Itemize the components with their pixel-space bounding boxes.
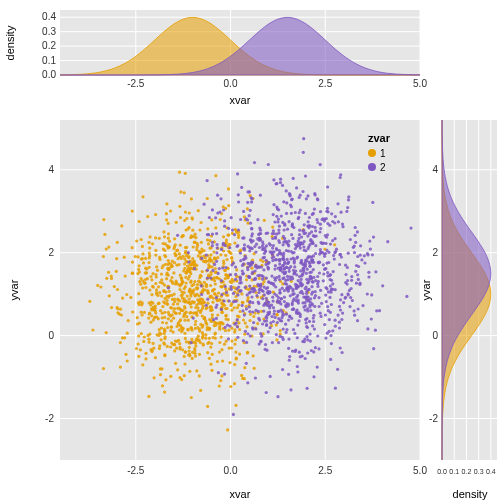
svg-point-718	[195, 248, 198, 251]
svg-point-1119	[316, 285, 319, 288]
svg-point-647	[167, 237, 170, 240]
svg-point-765	[103, 233, 106, 236]
svg-point-606	[237, 234, 240, 237]
svg-point-1853	[305, 321, 308, 324]
svg-point-120	[188, 298, 191, 301]
svg-point-949	[194, 294, 197, 297]
svg-point-636	[211, 353, 214, 356]
svg-text:0.3: 0.3	[42, 26, 56, 37]
svg-point-1428	[409, 227, 412, 230]
svg-point-1960	[275, 276, 278, 279]
svg-point-1698	[250, 227, 253, 230]
svg-point-1640	[239, 252, 242, 255]
svg-point-1272	[309, 333, 312, 336]
svg-point-1289	[314, 252, 317, 255]
svg-point-1779	[249, 222, 252, 225]
svg-point-1653	[354, 270, 357, 273]
svg-point-1922	[242, 339, 245, 342]
top-density-plot: -2.50.02.55.0 0.00.10.20.30.4 xvar densi…	[0, 0, 504, 110]
svg-point-1296	[234, 273, 237, 276]
svg-point-1943	[250, 295, 253, 298]
svg-point-1857	[367, 271, 370, 274]
svg-point-55	[242, 318, 245, 321]
svg-point-1015	[193, 347, 196, 350]
svg-point-314	[214, 282, 217, 285]
svg-point-352	[120, 224, 123, 227]
svg-point-1466	[232, 413, 235, 416]
svg-point-1774	[270, 282, 273, 285]
svg-point-984	[238, 315, 241, 318]
svg-point-631	[198, 328, 201, 331]
svg-point-1862	[250, 241, 253, 244]
svg-point-1069	[340, 318, 343, 321]
svg-point-1651	[292, 177, 295, 180]
svg-point-1371	[254, 309, 257, 312]
svg-point-1794	[328, 274, 331, 277]
svg-point-1116	[287, 338, 290, 341]
svg-point-849	[183, 332, 186, 335]
svg-point-434	[190, 396, 193, 399]
svg-point-302	[239, 310, 242, 313]
svg-point-1339	[280, 319, 283, 322]
svg-point-1000	[182, 315, 185, 318]
svg-point-408	[156, 269, 159, 272]
svg-point-1845	[254, 265, 257, 268]
svg-point-1221	[337, 220, 340, 223]
svg-point-414	[191, 357, 194, 360]
svg-point-1976	[258, 266, 261, 269]
svg-point-913	[139, 283, 142, 286]
svg-text:4: 4	[48, 164, 54, 175]
svg-point-992	[227, 187, 230, 190]
svg-point-1156	[217, 272, 220, 275]
svg-point-857	[259, 258, 262, 261]
svg-point-612	[235, 357, 238, 360]
svg-point-1773	[213, 263, 216, 266]
svg-point-1142	[374, 270, 377, 273]
svg-point-1579	[347, 252, 350, 255]
svg-point-917	[210, 218, 213, 221]
svg-point-1077	[316, 334, 319, 337]
svg-point-1451	[223, 219, 226, 222]
svg-point-770	[125, 293, 128, 296]
svg-point-1626	[236, 318, 239, 321]
svg-point-1259	[289, 388, 292, 391]
svg-point-1713	[282, 243, 285, 246]
svg-point-961	[116, 288, 119, 291]
svg-point-481	[165, 218, 168, 221]
svg-point-1781	[215, 296, 218, 299]
svg-point-222	[204, 337, 207, 340]
svg-point-1989	[281, 314, 284, 317]
svg-point-1865	[258, 343, 261, 346]
svg-point-465	[144, 257, 147, 260]
svg-point-416	[99, 285, 102, 288]
svg-point-1805	[307, 255, 310, 258]
svg-point-1999	[218, 267, 221, 270]
svg-point-1127	[338, 263, 341, 266]
svg-point-1863	[323, 220, 326, 223]
svg-point-1056	[248, 310, 251, 313]
right-xlabel: density	[453, 488, 488, 500]
svg-point-912	[191, 216, 194, 219]
svg-point-405	[105, 277, 108, 280]
svg-point-170	[144, 286, 147, 289]
svg-point-496	[222, 260, 225, 263]
svg-point-786	[223, 343, 226, 346]
svg-point-1984	[242, 262, 245, 265]
svg-point-1566	[316, 282, 319, 285]
svg-point-1565	[256, 283, 259, 286]
svg-text:0: 0	[48, 330, 54, 341]
svg-point-241	[126, 359, 129, 362]
svg-point-1453	[292, 272, 295, 275]
svg-point-1820	[296, 244, 299, 247]
svg-point-72	[247, 296, 250, 299]
svg-point-1265	[292, 328, 295, 331]
svg-point-1682	[319, 210, 322, 213]
svg-point-1946	[206, 233, 209, 236]
svg-point-582	[175, 221, 178, 224]
svg-point-624	[141, 301, 144, 304]
svg-point-369	[246, 351, 249, 354]
svg-point-922	[227, 250, 230, 253]
svg-point-219	[167, 232, 170, 235]
svg-point-406	[154, 249, 157, 252]
svg-point-349	[190, 338, 193, 341]
